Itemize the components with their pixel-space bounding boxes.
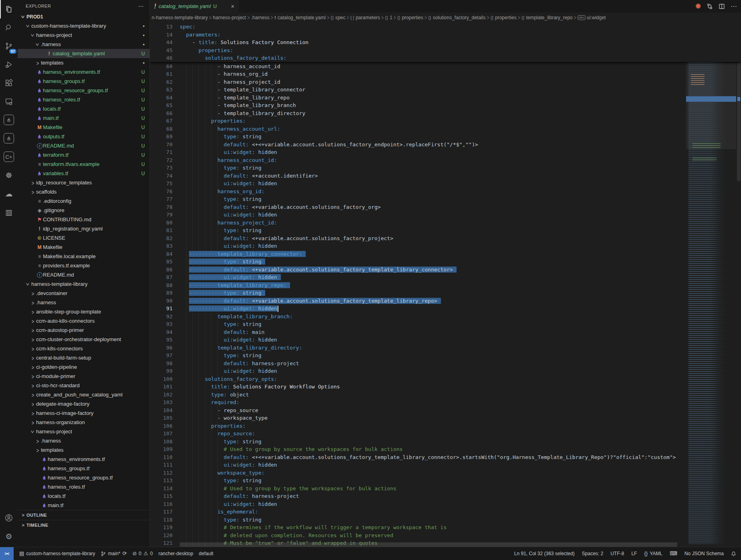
code-line-13[interactable]: 13spec:: [150, 23, 741, 31]
breadcrumb-segment[interactable]: abcui:widget: [578, 15, 606, 20]
code-line-93[interactable]: 93 type: string: [150, 320, 741, 328]
minimap-slider[interactable]: [686, 63, 736, 149]
code-line-90[interactable]: 90 ···········default: <+variable.accoun…: [150, 297, 741, 305]
code-line-88[interactable]: 88 ·········template_library_repo:: [150, 281, 741, 289]
code-line-83[interactable]: 83 ui:widget: hidden: [150, 242, 741, 250]
tree-item-providers-tf-example[interactable]: >≡providers.tf.example: [18, 261, 150, 270]
tree-item-harness-project[interactable]: >harness-project●: [18, 30, 150, 40]
tree-item-main-tf[interactable]: >⋔main.tf: [18, 501, 150, 510]
code-line-119[interactable]: 119 # Determines if the workflow will tr…: [150, 524, 741, 532]
code-line-75[interactable]: 75 ui:widget: hidden: [150, 180, 741, 188]
code-line-97[interactable]: 97 type: string: [150, 352, 741, 360]
tree-item--harness[interactable]: >.harness: [18, 298, 150, 307]
tree-item-variables-tf[interactable]: >⋔variables.tfU: [18, 169, 150, 178]
code-line-77[interactable]: 77 type: string: [150, 195, 741, 203]
tree-item-locals-tf[interactable]: >⋔locals.tf: [18, 491, 150, 501]
code-line-66[interactable]: 66 - template_library_directory: [150, 109, 741, 117]
tree-item-harness-roles-tf[interactable]: >⋔harness_roles.tf: [18, 482, 150, 491]
code-line-98[interactable]: 98 default: harness-project: [150, 360, 741, 368]
terraform-icon[interactable]: ⋔: [0, 111, 18, 129]
code-line-95[interactable]: 95 ui:widget: hidden: [150, 336, 741, 344]
language-mode-indicator[interactable]: {} YAML: [644, 551, 662, 556]
tree-item--harness[interactable]: >.harness●: [18, 40, 150, 49]
tree-item-ccm-cluster-orchestrator-deployment[interactable]: >ccm-cluster-orchestrator-deployment: [18, 335, 150, 344]
code-line-80[interactable]: 80 harness_project_id:: [150, 219, 741, 227]
code-line-45[interactable]: 45 properties:: [150, 46, 741, 55]
code-line-73[interactable]: 73 type: string: [150, 164, 741, 172]
tree-item-prod1[interactable]: >PROD1: [18, 12, 150, 21]
cloud-icon[interactable]: ☁: [0, 184, 18, 203]
code-line-65[interactable]: 65 - template_library_branch: [150, 101, 741, 109]
tree-item--gitignore[interactable]: >◈.gitignore: [18, 206, 150, 215]
breadcrumb-segment[interactable]: [ ]parameters: [350, 15, 380, 20]
breadcrumb-segment[interactable]: {}properties: [397, 15, 423, 20]
notifications-bell-icon[interactable]: [731, 551, 736, 556]
tree-item-harness-ci-image-factory[interactable]: >harness-ci-image-factory: [18, 408, 150, 418]
breadcrumb-segment[interactable]: harness-project: [213, 15, 246, 20]
code-line-89[interactable]: 89 ···········type: string: [150, 289, 741, 297]
git-graph-icon[interactable]: [706, 3, 713, 10]
tree-item-ci-sto-hcr-standard[interactable]: >ci-sto-hcr-standard: [18, 381, 150, 390]
code-line-118[interactable]: 118 type: string: [150, 516, 741, 524]
tree-item--harness[interactable]: >.harness: [18, 436, 150, 445]
code-line-114[interactable]: 114 # Used to group by type the workspac…: [150, 485, 741, 493]
split-editor-icon[interactable]: [719, 3, 725, 10]
code-line-117[interactable]: 117 is_ephemeral:: [150, 508, 741, 516]
tree-item-outputs-tf[interactable]: >⋔outputs.tfU: [18, 132, 150, 141]
code-line-104[interactable]: 104 - repo_source: [150, 406, 741, 414]
code-line-103[interactable]: 103 required:: [150, 398, 741, 406]
tree-item-harness-groups-tf[interactable]: >⋔harness_groups.tf: [18, 464, 150, 473]
timeline-section[interactable]: > TIMELINE: [18, 520, 150, 530]
code-line-76[interactable]: 76 harness_org_id:: [150, 188, 741, 196]
breadcrumb-segment[interactable]: .harness: [251, 15, 270, 20]
tree-item-makefile-local-example[interactable]: >≡Makefile.local.example: [18, 252, 150, 261]
code-line-86[interactable]: 86 ···········default: <+variable.accoun…: [150, 266, 741, 274]
tree-item-terraform-tf[interactable]: >⋔terraform.tfU: [18, 150, 150, 160]
tree-item-ansible-step-group-template[interactable]: >ansible-step-group-template: [18, 307, 150, 316]
keyboard-icon[interactable]: ⌨: [670, 551, 677, 556]
tree-item-harness-organization[interactable]: >harness-organization: [18, 418, 150, 427]
tree-item-harness-resource-groups-tf[interactable]: >⋔harness_resource_groups.tf: [18, 473, 150, 482]
json-schema-indicator[interactable]: No JSON Schema: [684, 551, 724, 556]
breadcrumb-segment[interactable]: {}template_library_repo: [522, 15, 572, 20]
code-line-68[interactable]: 68 harness_account_url:: [150, 125, 741, 133]
code-line-46[interactable]: 46 solutions_factory_details:: [150, 54, 741, 62]
code-line-81[interactable]: 81 type: string: [150, 226, 741, 235]
container-icon[interactable]: ▥: [0, 203, 18, 221]
breadcrumb-segment[interactable]: !catalog_template.yaml: [274, 15, 326, 20]
tree-item-harness-template-library[interactable]: >harness-template-library: [18, 279, 150, 289]
tree-item-central-build-farm-setup[interactable]: >central-build-farm-setup: [18, 353, 150, 362]
code-line-74[interactable]: 74 default: <+account.identifier>: [150, 172, 741, 180]
account-icon[interactable]: [0, 509, 18, 527]
tree-item-harness-groups-tf[interactable]: >⋔harness_groups.tfU: [18, 77, 150, 86]
tree-item-readme-md[interactable]: >iREADME.md: [18, 270, 150, 279]
more-actions-icon[interactable]: ⋯: [731, 2, 737, 10]
tree-item-main-tf[interactable]: >⋔main.tfU: [18, 113, 150, 123]
tree-item-ci-module-primer[interactable]: >ci-module-primer: [18, 372, 150, 381]
tree-item-catalog-template-yaml[interactable]: >!catalog_template.yamlU: [18, 49, 150, 58]
tree-item-ccm-autostop-primer[interactable]: >ccm-autostop-primer: [18, 325, 150, 335]
tree-item-templates[interactable]: >templates●: [18, 58, 150, 67]
tree-item-harness-roles-tf[interactable]: >⋔harness_roles.tfU: [18, 95, 150, 104]
code-line-70[interactable]: 70 default: <+<+variable.account.solutio…: [150, 141, 741, 149]
outline-section[interactable]: > OUTLINE: [18, 510, 150, 520]
tree-item-harness-environments-tf[interactable]: >⋔harness_environments.tf: [18, 455, 150, 464]
code-line-115[interactable]: 115 default: harness-project: [150, 492, 741, 500]
workspace-indicator[interactable]: ▤ custom-harness-template-library: [19, 551, 95, 556]
tree-item-custom-harness-template-library[interactable]: >custom-harness-template-library●: [18, 21, 150, 30]
git-branch-indicator[interactable]: main* ⟳: [101, 551, 127, 556]
sync-icon[interactable]: ⟳: [122, 551, 127, 556]
breadcrumb-segment[interactable]: n-harness-template-library: [152, 15, 208, 20]
k8s-namespace-indicator[interactable]: default: [199, 551, 213, 556]
problems-indicator[interactable]: ⊘ 0 ⚠ 0: [132, 551, 153, 556]
code-line-111[interactable]: 111 ui:widget: hidden: [150, 461, 741, 469]
source-control-icon[interactable]: 57: [0, 37, 18, 55]
breadcrumb-segment[interactable]: {}solutions_factory_details: [428, 15, 485, 20]
breadcrumb-segment[interactable]: {}1: [385, 15, 392, 20]
code-line-105[interactable]: 105 - workspace_type: [150, 414, 741, 422]
breadcrumb-segment[interactable]: {}properties: [491, 15, 517, 20]
code-line-109[interactable]: 109 # Used to group by source the worksp…: [150, 445, 741, 453]
code-line-91[interactable]: 91 ···········ui:widget: hidden: [150, 305, 741, 313]
code-line-60[interactable]: 60 - harness_account_id: [150, 63, 741, 71]
code-line-69[interactable]: 69 type: string: [150, 133, 741, 141]
